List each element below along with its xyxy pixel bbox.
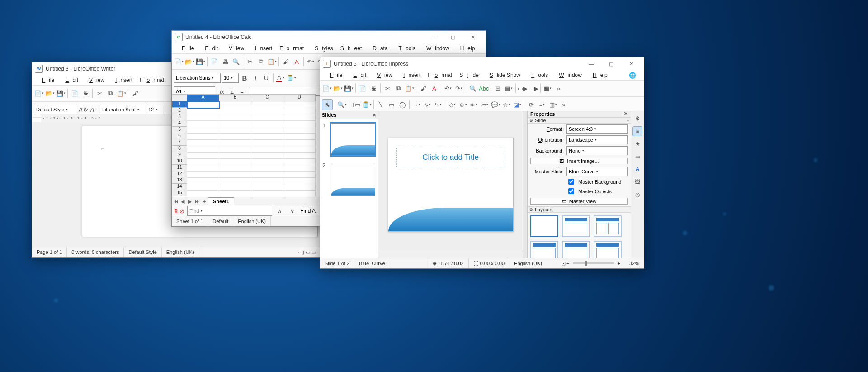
row-head[interactable]: 10 [172,158,187,165]
menu-format[interactable]: Format [136,75,168,85]
layout-title-content[interactable] [594,215,622,237]
section-slide[interactable]: Slide [535,118,546,123]
row-head[interactable]: 12 [172,171,187,177]
font-name-combo[interactable]: Liberation Serif▾ [100,105,145,114]
copy-button[interactable]: ⧉ [393,83,403,93]
menu-edit[interactable]: Edit [58,75,82,85]
slide-thumb-1[interactable] [331,123,375,156]
row-head[interactable]: 3 [172,114,187,120]
save-button[interactable]: 💾▾ [195,57,205,67]
cell[interactable] [283,184,316,191]
master-slide-combo[interactable]: Blue_Curve▾ [566,167,628,176]
brush-icon[interactable]: 🖌 [130,88,140,98]
cell[interactable] [219,101,251,108]
status-coords[interactable]: ⊕-1.74 / 8.02 [428,258,469,268]
overflow-button[interactable]: » [553,83,563,93]
sheet-next-button[interactable]: ▶ [186,199,193,205]
cell[interactable] [251,177,283,184]
cell[interactable] [219,158,251,165]
print-button[interactable]: 🖶 [220,57,230,67]
new-style-button[interactable]: A+ [89,105,99,114]
find-prev-button[interactable]: ∧ [275,206,285,216]
layout-blank[interactable] [530,215,558,237]
rotate-tool[interactable]: ⟳ [526,100,536,110]
sheet-add-button[interactable]: + [201,199,208,204]
find-input[interactable]: Find▾ [187,206,272,216]
find-next-button[interactable]: ∨ [288,206,297,216]
cut-button[interactable]: ✂ [245,57,255,67]
cell[interactable] [219,133,251,140]
print-button[interactable]: 🖶 [80,88,90,98]
zoom-slider[interactable] [573,262,614,264]
cell[interactable] [187,177,219,184]
cell[interactable] [187,101,219,108]
connector-tool[interactable]: ⤷▾ [433,100,443,110]
cell[interactable] [251,101,283,108]
rect-tool[interactable]: ▭ [387,100,396,110]
cell[interactable] [219,146,251,153]
row-head[interactable]: 15 [172,190,187,196]
pointer-tool[interactable]: ⬉ [322,99,333,110]
cell[interactable] [219,171,251,178]
sheet-first-button[interactable]: ⏮ [172,199,179,204]
status-sheet[interactable]: Sheet 1 of 1 [172,216,208,226]
menu-slide[interactable]: Slide [456,70,482,80]
row-head[interactable]: 2 [172,108,187,114]
close-find-button[interactable]: 🗎⊘ [174,206,184,216]
cut-button[interactable]: ✂ [94,88,104,98]
copy-button[interactable]: ⧉ [105,88,115,98]
sidebar-properties-icon[interactable]: ≡ [632,126,642,136]
clear-format-button[interactable]: A̶ [429,83,439,93]
cell[interactable] [283,114,316,121]
sidebar-navigator-icon[interactable]: ◎ [632,190,642,200]
cell[interactable] [283,171,316,178]
menu-file[interactable]: File [175,43,198,53]
brush-icon[interactable]: 🖌 [281,57,291,67]
flowchart-tool[interactable]: ▱▾ [480,100,490,110]
start-current-button[interactable]: ▭▶ [528,83,538,93]
cell[interactable] [283,177,316,184]
cell[interactable] [283,101,316,108]
cell[interactable] [219,177,251,184]
zoom-fit-icon[interactable]: ⊡ [561,261,566,267]
menu-tools[interactable]: Tools [392,43,419,53]
highlight-button[interactable]: 🫙▾ [286,73,296,83]
arrow-tool[interactable]: →▾ [411,100,421,110]
cell[interactable] [187,184,219,191]
symbol-shapes-tool[interactable]: ☺▾ [458,100,468,110]
font-size-combo[interactable]: 12▾ [146,105,163,114]
section-layouts[interactable]: Layouts [535,207,552,212]
menu-insert[interactable]: Insert [248,43,276,53]
italic-button[interactable]: I [250,73,260,83]
cell[interactable] [251,114,283,121]
maximize-button[interactable]: ▢ [443,31,463,43]
status-style[interactable]: Default [208,216,233,226]
menu-sheet[interactable]: Sheet [337,43,365,53]
cell[interactable] [187,171,219,178]
print-button[interactable]: 🖶 [368,83,378,93]
export-pdf-button[interactable]: 📄 [209,57,219,67]
cell[interactable] [187,165,219,172]
sidebar-master-icon[interactable]: A [632,164,642,174]
menu-format[interactable]: Format [276,43,307,53]
cell[interactable] [283,139,316,146]
cell[interactable] [187,114,219,121]
minimize-button[interactable]: — [423,31,443,43]
cell[interactable] [219,184,251,191]
copy-button[interactable]: ⧉ [256,57,266,67]
display-views-button[interactable]: ▤▾ [504,83,514,93]
row-head[interactable]: 7 [172,139,187,146]
new-doc-button[interactable]: 📄▾ [174,57,184,67]
background-combo[interactable]: None▾ [566,146,628,155]
cell[interactable] [187,108,219,114]
menu-file[interactable]: File [35,75,58,85]
cell[interactable] [219,190,251,196]
minimize-button[interactable]: — [581,57,601,70]
status-style[interactable]: Default Style [124,247,161,257]
row-head[interactable]: 1 [172,101,187,108]
row-head[interactable]: 6 [172,133,187,139]
cell[interactable] [187,127,219,134]
cell[interactable] [219,139,251,146]
print-preview-button[interactable]: 🔍 [231,57,241,67]
menu-window[interactable]: Window [552,70,585,80]
